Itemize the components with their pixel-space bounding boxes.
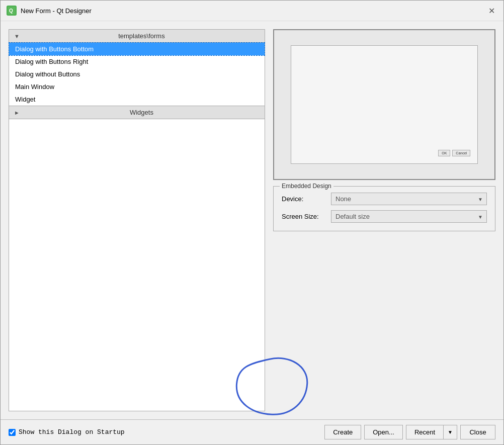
startup-checkbox-label: Show this Dialog on Startup: [19, 428, 125, 436]
preview-inner: OK Cancel: [291, 45, 478, 164]
device-select[interactable]: None: [331, 193, 487, 205]
preview-cancel-button: Cancel: [452, 150, 470, 156]
recent-button[interactable]: Recent: [406, 425, 444, 439]
device-row: Device: None: [282, 193, 487, 205]
main-window: Q New Form - Qt Designer ✕ ▼ templates\f…: [0, 0, 504, 445]
main-content: ▼ templates\forms Dialog with Buttons Bo…: [1, 21, 503, 419]
preview-ok-button: OK: [438, 150, 450, 156]
device-label: Device:: [282, 195, 327, 203]
list-item[interactable]: Widget: [9, 93, 265, 106]
tree-header-label: templates\forms: [24, 32, 260, 40]
recent-button-group: Recent ▼: [406, 425, 457, 439]
screen-size-select[interactable]: Default size: [331, 210, 487, 223]
tree-header: ▼ templates\forms: [9, 30, 265, 43]
open-button[interactable]: Open...: [364, 425, 403, 439]
svg-text:Q: Q: [9, 8, 13, 14]
app-icon: Q: [7, 6, 17, 16]
list-item[interactable]: Dialog without Buttons: [9, 68, 265, 80]
footer: Show this Dialog on Startup Create Open.…: [1, 419, 503, 444]
startup-checkbox-row: Show this Dialog on Startup: [9, 428, 125, 436]
template-tree-panel: ▼ templates\forms Dialog with Buttons Bo…: [9, 29, 265, 411]
chevron-down-icon: ▼: [14, 33, 20, 39]
embedded-design-legend: Embedded Design: [280, 183, 333, 190]
embedded-design-panel: Embedded Design Device: None Screen Size…: [273, 186, 495, 231]
footer-buttons: Create Open... Recent ▼ Close: [324, 425, 495, 439]
widgets-subheader: ► Widgets: [9, 106, 265, 119]
screen-size-select-wrapper: Default size: [331, 210, 487, 223]
list-item[interactable]: Main Window: [9, 80, 265, 93]
device-select-wrapper: None: [331, 193, 487, 205]
close-window-button[interactable]: ✕: [485, 5, 497, 17]
template-list: Dialog with Buttons Bottom Dialog with B…: [9, 43, 265, 106]
right-panel: OK Cancel Embedded Design Device: None: [273, 29, 495, 411]
close-button[interactable]: Close: [460, 425, 495, 439]
widgets-subheader-label: Widgets: [24, 109, 260, 116]
preview-dialog-buttons: OK Cancel: [438, 150, 470, 156]
recent-dropdown-button[interactable]: ▼: [444, 426, 457, 438]
startup-checkbox[interactable]: [9, 429, 16, 436]
list-item[interactable]: Dialog with Buttons Bottom: [9, 43, 265, 55]
titlebar: Q New Form - Qt Designer ✕: [1, 1, 503, 21]
screen-size-row: Screen Size: Default size: [282, 210, 487, 223]
chevron-right-icon: ►: [14, 110, 20, 116]
window-title: New Form - Qt Designer: [21, 7, 481, 15]
preview-box: OK Cancel: [273, 29, 495, 180]
list-item[interactable]: Dialog with Buttons Right: [9, 55, 265, 68]
create-button[interactable]: Create: [324, 425, 361, 439]
screen-size-label: Screen Size:: [282, 213, 327, 220]
